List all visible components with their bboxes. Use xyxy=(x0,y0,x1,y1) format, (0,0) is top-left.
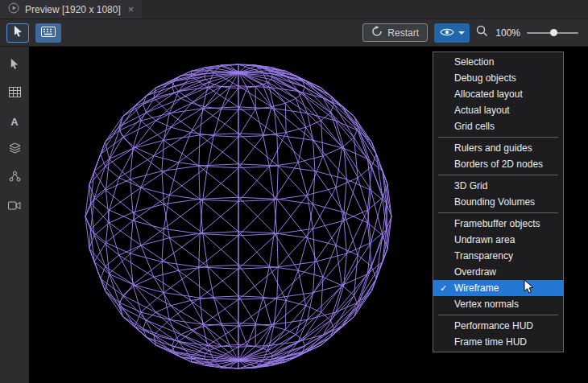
menu-item-label: Grid cells xyxy=(454,121,495,132)
sidebar-nodes-tool[interactable] xyxy=(4,169,25,187)
menu-separator xyxy=(438,212,558,213)
menu-item-label: Undrawn area xyxy=(454,234,515,245)
menu-separator xyxy=(438,175,558,175)
zoom-slider[interactable] xyxy=(527,27,578,39)
restart-button[interactable]: Restart xyxy=(362,23,428,42)
zoom-slider-thumb[interactable] xyxy=(550,29,557,36)
menu-item-label: Frame time HUD xyxy=(454,336,527,348)
preview-viewport[interactable]: SelectionDebug objectsAllocated layoutAc… xyxy=(29,47,588,383)
checkmark-icon: ✓ xyxy=(440,280,447,296)
menu-item-label: Overdraw xyxy=(454,266,496,278)
menu-item-framebuffer-objects[interactable]: Framebuffer objects xyxy=(433,216,563,232)
preview-tab[interactable]: Preview [1920 x 1080] × xyxy=(0,0,142,19)
menu-item-borders-of-2d-nodes[interactable]: Borders of 2D nodes xyxy=(433,156,563,172)
tool-sidebar: A xyxy=(0,47,29,383)
menu-item-selection[interactable]: Selection xyxy=(433,54,563,70)
menu-item-bounding-volumes[interactable]: Bounding Volumes xyxy=(433,194,563,210)
menu-item-allocated-layout[interactable]: Allocated layout xyxy=(433,86,563,102)
sidebar-camera-tool[interactable] xyxy=(4,197,25,215)
menu-item-label: Actual layout xyxy=(454,105,510,116)
menu-item-transparency[interactable]: Transparency xyxy=(433,248,563,264)
eye-icon xyxy=(440,26,454,40)
grid-icon xyxy=(9,86,21,101)
text-tool-icon: A xyxy=(10,117,18,127)
sphere-mesh-lines xyxy=(85,64,391,369)
menu-item-overdraw[interactable]: Overdraw xyxy=(433,264,563,280)
menu-item-label: Performance HUD xyxy=(454,320,533,332)
sidebar-layers-tool[interactable] xyxy=(4,141,25,159)
menu-item-wireframe[interactable]: ✓Wireframe xyxy=(433,280,563,296)
node-graph-icon xyxy=(9,171,21,185)
menu-item-label: Bounding Volumes xyxy=(454,196,535,208)
sidebar-pointer-tool[interactable] xyxy=(4,56,25,74)
pointer-tool-button[interactable] xyxy=(6,23,29,43)
menu-item-rulers-and-guides[interactable]: Rulers and guides xyxy=(433,140,563,156)
menu-item-label: Debug objects xyxy=(454,72,516,84)
keyboard-tool-button[interactable] xyxy=(35,23,61,43)
main-content: A xyxy=(0,47,588,383)
zoom-magnifier-icon xyxy=(476,25,488,40)
menu-item-actual-layout[interactable]: Actual layout xyxy=(433,102,563,118)
sidebar-grid-tool[interactable] xyxy=(4,84,25,102)
tab-close-icon[interactable]: × xyxy=(128,4,135,14)
menu-item-label: Borders of 2D nodes xyxy=(454,159,543,170)
menu-separator xyxy=(438,137,558,138)
view-options-button[interactable] xyxy=(434,23,470,43)
menu-item-grid-cells[interactable]: Grid cells xyxy=(433,118,563,134)
tab-title: Preview [1920 x 1080] xyxy=(25,4,121,15)
sidebar-text-tool[interactable]: A xyxy=(4,113,25,130)
menu-item-label: Selection xyxy=(454,56,494,68)
pointer-icon xyxy=(9,58,20,73)
menu-item-vertex-normals[interactable]: Vertex normals xyxy=(433,296,563,312)
layers-icon xyxy=(9,142,21,157)
menu-item-undrawn-area[interactable]: Undrawn area xyxy=(433,232,563,248)
menu-item-performance-hud[interactable]: Performance HUD xyxy=(433,318,563,334)
menu-item-label: Rulers and guides xyxy=(454,142,532,154)
restart-icon xyxy=(371,26,383,39)
menu-item-label: Vertex normals xyxy=(454,299,519,310)
view-options-menu: SelectionDebug objectsAllocated layoutAc… xyxy=(433,51,564,352)
menu-item-frame-time-hud[interactable]: Frame time HUD xyxy=(433,334,563,350)
preview-play-icon xyxy=(8,2,19,17)
keyboard-icon xyxy=(41,26,56,40)
menu-separator xyxy=(438,315,558,315)
menu-item-label: Framebuffer objects xyxy=(454,218,540,229)
menu-item-label: Transparency xyxy=(454,250,513,262)
app-window: Preview [1920 x 1080] × Restart xyxy=(0,0,588,383)
menu-item-label: 3D Grid xyxy=(454,180,487,192)
restart-label: Restart xyxy=(387,27,419,39)
menu-item-debug-objects[interactable]: Debug objects xyxy=(433,70,563,86)
title-bar: Preview [1920 x 1080] × xyxy=(0,0,588,19)
chevron-down-icon xyxy=(458,31,465,35)
camera-icon xyxy=(8,199,21,213)
menu-item-label: Allocated layout xyxy=(454,89,523,100)
pointer-icon xyxy=(12,25,24,41)
preview-toolbar: Restart 100% xyxy=(0,19,588,47)
menu-item-3d-grid[interactable]: 3D Grid xyxy=(433,178,563,194)
menu-item-label: Wireframe xyxy=(454,282,499,294)
zoom-value: 100% xyxy=(495,27,520,39)
